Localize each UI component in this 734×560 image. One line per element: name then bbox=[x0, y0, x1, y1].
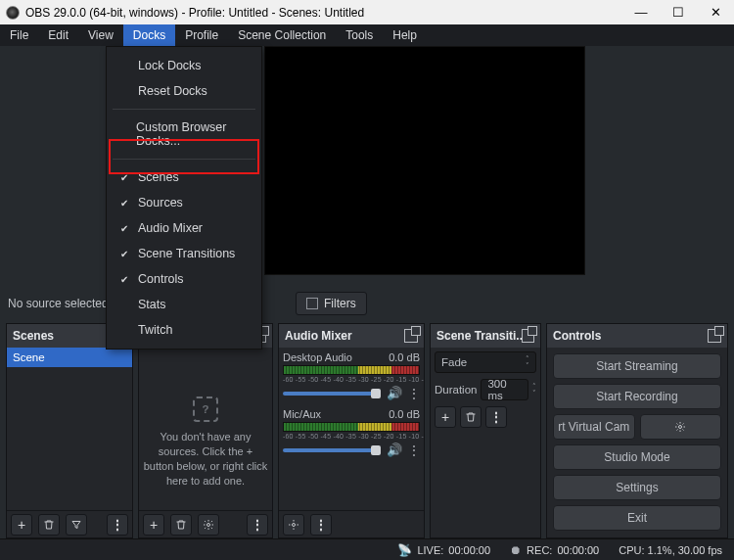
menu-docks[interactable]: Docks bbox=[123, 24, 175, 46]
virtual-cam-button[interactable]: rt Virtual Cam bbox=[553, 414, 635, 440]
channel-db: 0.0 dB bbox=[389, 408, 420, 420]
scenes-title: Scenes bbox=[13, 329, 54, 343]
no-source-label: No source selected bbox=[8, 297, 106, 310]
mixer-channel-mic: Mic/Aux0.0 dB -60 -55 -50 -45 -40 -35 -3… bbox=[283, 408, 420, 457]
dropdown-lock-docks[interactable]: Lock Docks bbox=[107, 53, 261, 78]
dropdown-audio-mixer[interactable]: ✔Audio Mixer bbox=[107, 215, 261, 241]
close-button[interactable]: ✕ bbox=[697, 0, 734, 24]
menu-scene-collection[interactable]: Scene Collection bbox=[228, 24, 336, 46]
window-title: OBS 29.0.0 (64-bit, windows) - Profile: … bbox=[25, 6, 364, 20]
preview-canvas[interactable] bbox=[264, 46, 585, 275]
menu-view[interactable]: View bbox=[78, 24, 123, 46]
exit-button[interactable]: Exit bbox=[553, 505, 721, 531]
dropdown-scene-transitions[interactable]: ✔Scene Transitions bbox=[107, 241, 261, 266]
settings-button[interactable]: Settings bbox=[553, 475, 721, 500]
sources-placeholder-text: You don't have any sources. Click the + … bbox=[143, 430, 268, 488]
window-titlebar: OBS 29.0.0 (64-bit, windows) - Profile: … bbox=[0, 0, 734, 24]
source-properties-button[interactable] bbox=[198, 514, 219, 536]
record-icon: ⏺ bbox=[510, 543, 522, 557]
duration-label: Duration bbox=[435, 384, 477, 396]
menu-edit[interactable]: Edit bbox=[38, 24, 78, 46]
channel-more-button[interactable]: ⋮ bbox=[408, 443, 420, 457]
controls-title: Controls bbox=[553, 329, 601, 343]
audio-mixer-dock: Audio Mixer Desktop Audio0.0 dB -60 -55 … bbox=[278, 323, 425, 538]
add-transition-button[interactable]: + bbox=[435, 406, 456, 428]
virtual-cam-settings-button[interactable] bbox=[640, 414, 722, 440]
remove-source-button[interactable] bbox=[170, 514, 192, 536]
menu-profile[interactable]: Profile bbox=[175, 24, 228, 46]
status-rec: ⏺ REC: 00:00:00 bbox=[510, 543, 599, 557]
scene-transitions-dock: Scene Transiti... Fade˄˅ Duration 300 ms… bbox=[430, 323, 541, 538]
filters-icon bbox=[306, 298, 318, 309]
status-cpu: CPU: 1.1%, 30.00 fps bbox=[619, 544, 722, 556]
add-source-button[interactable]: + bbox=[143, 514, 164, 536]
svg-point-1 bbox=[293, 523, 296, 526]
source-more-button[interactable]: ⋮ bbox=[247, 514, 268, 536]
scene-item[interactable]: Scene bbox=[7, 348, 132, 367]
dropdown-reset-docks[interactable]: Reset Docks bbox=[107, 78, 261, 104]
speaker-icon[interactable]: 🔊 bbox=[387, 386, 402, 400]
add-scene-button[interactable]: + bbox=[11, 514, 32, 536]
dropdown-scenes[interactable]: ✔Scenes bbox=[107, 164, 261, 190]
channel-db: 0.0 dB bbox=[389, 351, 420, 363]
svg-point-0 bbox=[207, 523, 210, 526]
dropdown-controls[interactable]: ✔Controls bbox=[107, 266, 261, 292]
volume-slider[interactable] bbox=[283, 392, 381, 396]
volume-slider[interactable] bbox=[283, 448, 381, 452]
transition-more-button[interactable]: ⋮ bbox=[485, 406, 507, 428]
separator bbox=[113, 159, 255, 160]
remove-transition-button[interactable] bbox=[460, 406, 482, 428]
docks-dropdown: Lock Docks Reset Docks Custom Browser Do… bbox=[106, 46, 262, 350]
popout-icon[interactable] bbox=[522, 329, 534, 343]
separator bbox=[113, 109, 255, 110]
mixer-more-button[interactable]: ⋮ bbox=[310, 514, 332, 536]
meter-ticks: -60 -55 -50 -45 -40 -35 -30 -25 -20 -15 … bbox=[283, 433, 420, 440]
popout-icon[interactable] bbox=[404, 329, 418, 343]
mixer-channel-desktop: Desktop Audio0.0 dB -60 -55 -50 -45 -40 … bbox=[283, 351, 420, 400]
menu-tools[interactable]: Tools bbox=[336, 24, 383, 46]
dropdown-stats[interactable]: Stats bbox=[107, 292, 261, 317]
meter-ticks: -60 -55 -50 -45 -40 -35 -30 -25 -20 -15 … bbox=[283, 376, 420, 383]
svg-point-2 bbox=[679, 426, 682, 429]
transitions-title: Scene Transiti... bbox=[436, 329, 522, 343]
remove-scene-button[interactable] bbox=[38, 514, 60, 536]
volume-meter bbox=[283, 422, 420, 432]
scene-more-button[interactable]: ⋮ bbox=[107, 514, 128, 536]
broadcast-icon: 📡 bbox=[397, 543, 412, 557]
scenes-dock: Scenes Scene + ⋮ bbox=[6, 323, 133, 538]
minimize-button[interactable]: — bbox=[622, 0, 660, 24]
duration-input[interactable]: 300 ms bbox=[481, 379, 528, 400]
popout-icon[interactable] bbox=[708, 329, 721, 343]
mixer-settings-button[interactable] bbox=[283, 514, 304, 536]
filters-button[interactable]: Filters bbox=[296, 292, 367, 315]
dropdown-custom-browser-docks[interactable]: Custom Browser Docks... bbox=[107, 115, 261, 154]
start-recording-button[interactable]: Start Recording bbox=[553, 384, 721, 409]
studio-mode-button[interactable]: Studio Mode bbox=[553, 444, 721, 470]
volume-meter bbox=[283, 365, 420, 375]
dropdown-sources[interactable]: ✔Sources bbox=[107, 190, 261, 215]
controls-dock: Controls Start Streaming Start Recording… bbox=[546, 323, 728, 538]
menu-help[interactable]: Help bbox=[383, 24, 427, 46]
menubar: File Edit View Docks Profile Scene Colle… bbox=[0, 24, 734, 46]
scene-filter-button[interactable] bbox=[66, 514, 87, 536]
transition-select[interactable]: Fade˄˅ bbox=[435, 351, 536, 373]
status-live: 📡 LIVE: 00:00:00 bbox=[397, 543, 490, 557]
sources-dock: Sources ? You don't have any sources. Cl… bbox=[138, 323, 273, 538]
app-icon bbox=[6, 6, 20, 20]
channel-name: Mic/Aux bbox=[283, 408, 321, 420]
placeholder-icon: ? bbox=[193, 397, 218, 422]
status-bar: 📡 LIVE: 00:00:00 ⏺ REC: 00:00:00 CPU: 1.… bbox=[0, 538, 734, 560]
speaker-icon[interactable]: 🔊 bbox=[387, 443, 402, 457]
mixer-title: Audio Mixer bbox=[285, 329, 352, 343]
channel-name: Desktop Audio bbox=[283, 351, 352, 363]
channel-more-button[interactable]: ⋮ bbox=[408, 387, 420, 400]
menu-file[interactable]: File bbox=[0, 24, 38, 46]
dropdown-twitch[interactable]: Twitch bbox=[107, 317, 261, 343]
start-streaming-button[interactable]: Start Streaming bbox=[553, 353, 721, 379]
maximize-button[interactable]: ☐ bbox=[660, 0, 697, 24]
